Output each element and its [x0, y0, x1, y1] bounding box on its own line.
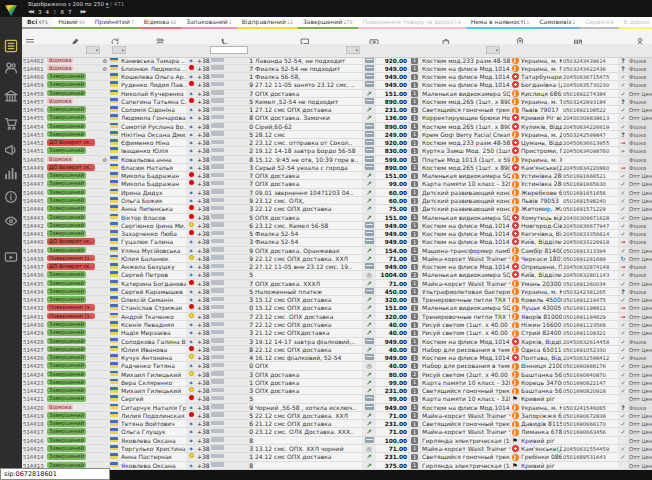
page-number-3[interactable]: 3 — [38, 9, 42, 15]
tab-нема-в-наявності[interactable]: Нема в наявності1 — [466, 17, 535, 29]
order-row[interactable]: 514422ЗавершенийМихаил Гилецький+383ОПХ … — [22, 387, 652, 395]
order-row[interactable]: 514414ЗавершенийАнна Пастернак+38124.12 … — [22, 453, 652, 461]
sidebar-cart-icon[interactable] — [4, 116, 18, 130]
first-page-button[interactable]: ◀◀ — [28, 9, 33, 14]
sidebar-eye-icon[interactable] — [4, 213, 18, 227]
page-number-7[interactable]: 7 — [68, 9, 72, 15]
order-row[interactable]: 514426ЗавершенийКучук Антонина+38416.12 … — [22, 354, 652, 362]
order-row[interactable]: 514437ДО Возврат ск..Анжела Безушку✶+382… — [22, 263, 652, 271]
country-flag-cell — [108, 131, 120, 138]
sidebar-video-icon[interactable] — [4, 249, 18, 263]
quantity-badge: 1 — [411, 231, 418, 238]
sidebar-megaphone-icon[interactable] — [4, 142, 18, 156]
order-row[interactable]: 514459ЗавершенийРуденко Лидия Пав..+3892… — [22, 81, 652, 89]
order-row[interactable]: 514434ЗавершенийСергей Карамышев✶+385Нал… — [22, 288, 652, 296]
rows-icon[interactable] — [25, 32, 35, 42]
order-row[interactable]: 514443ЗавершенийВіктор Власов+385ОПХ дос… — [22, 214, 652, 222]
order-row[interactable]: 514429ЗавершенийНадія Мерзаєва✶+38321.12… — [22, 329, 652, 337]
status-edit-icon[interactable] — [70, 32, 80, 42]
tab-новий[interactable]: Новий48 — [53, 17, 90, 29]
phone-icon[interactable] — [220, 32, 230, 42]
filter-dropdown-product[interactable]: ▾ — [486, 46, 500, 54]
tab-сервіси[interactable]: Сервіси0 — [580, 17, 618, 29]
order-row[interactable]: 514458ЗавершенийНиколай Кучеренко✶+387ОП… — [22, 90, 652, 98]
order-row[interactable]: 514450Відмова⊘Ковальова анна✶+38815.12. … — [22, 156, 652, 164]
order-row[interactable]: 514420ВідмоваСитарчук Наталія Гр..✶+389Ч… — [22, 404, 652, 412]
comments-icon[interactable] — [300, 32, 310, 42]
order-row[interactable]: 514416ЗавершенийЯковлева Оксана✶+388100.… — [22, 437, 652, 445]
order-row[interactable]: 514435ЗавершенийКатерина Богданова+387ОП… — [22, 280, 652, 288]
filter-search-input[interactable] — [210, 46, 248, 54]
sidebar-bank-icon[interactable] — [4, 88, 18, 102]
order-row[interactable]: 514424ЗавершенийМихаил Гилецький+383ОПХ … — [22, 371, 652, 379]
tab-повернення-товару-в-дорозі-[interactable]: Повернення товару (в дорозі)0 — [358, 17, 466, 29]
order-row[interactable]: 514438Повернення (з..Юлия Баланюк+38922.… — [22, 255, 652, 263]
page-size-dropdown[interactable]: ▾ — [106, 1, 109, 8]
tracking-icon[interactable] — [573, 32, 583, 42]
tab-всі[interactable]: Всі471 — [22, 17, 53, 29]
filter-dropdown-status[interactable]: ▾ — [86, 46, 100, 54]
tab-самовивіз[interactable]: Самовивіз2 — [534, 17, 580, 29]
tab-прийнятий[interactable]: Прийнятий7 — [90, 17, 139, 29]
order-row[interactable]: 514447ЗавершенийМикола Бадражан+387ОПХ д… — [22, 180, 652, 188]
order-row[interactable]: 514461Відмова⊘Близнюк Людмила ..+387Фиал… — [22, 65, 652, 73]
order-row[interactable]: 514428ЗавершенийСолодкова Галина В..✶+38… — [22, 338, 652, 346]
order-row[interactable]: 514423ЗавершенийВера Скляренко✶+381ОПХ д… — [22, 379, 652, 387]
order-row[interactable]: 514460ЗавершенийКошелева Ольга Ар..✶+381… — [22, 73, 652, 81]
tab-запакований[interactable]: Запакований1 — [181, 17, 236, 29]
order-row[interactable]: 514455ЗавершенийЛюдмила Гончарова✶+388ОП… — [22, 114, 652, 122]
order-row[interactable]: 514441ЗавершенийЗахарченко Люба+385Фиалк… — [22, 230, 652, 238]
order-row[interactable]: 514413ЗавершенийЯковлева Оксана✶+388↗375… — [22, 462, 652, 470]
product-cell: Корректирующие брюки Hollyw — [421, 114, 510, 121]
order-row[interactable]: 514444ЗавершенийАнна Липенська+38322.12 … — [22, 205, 652, 213]
page-number-6[interactable]: 6 — [60, 9, 64, 15]
order-row[interactable]: 514442ЗавершенийСергіюнко Ірина Ми..+386… — [22, 222, 652, 230]
order-row[interactable]: 514432Повернення (з..Станіслав Стрижак+3… — [22, 304, 652, 312]
order-row[interactable]: 514418ЗавершенийТетяна Войтович✶+38621.1… — [22, 420, 652, 428]
page-number-4[interactable]: 4 — [45, 9, 49, 15]
payment-icon[interactable] — [369, 32, 379, 42]
last-page-button[interactable]: ▶▶ — [80, 9, 85, 14]
filter-dropdown-flag[interactable]: ▾ — [112, 46, 126, 54]
sidebar-chart-icon[interactable] — [4, 165, 18, 179]
order-row[interactable]: 514446ЗавершенийИрина Дидух✶+38709.01 зв… — [22, 189, 652, 197]
order-row[interactable]: 514454ЗавершенийСамотій Руслана Во..✶+38… — [22, 123, 652, 131]
source-tag-cell: Опт Центр — [628, 453, 652, 460]
order-row[interactable]: 514421ЗавершенийСергей+38599.001Карта па… — [22, 395, 652, 403]
order-row[interactable]: 514457ВідмоваСапегина Татьяна С..+385Кем… — [22, 98, 652, 106]
location-icon[interactable] — [515, 32, 525, 42]
order-row[interactable]: 514431Повернення (з..Андрій Ткаченко+387… — [22, 313, 652, 321]
products-icon[interactable] — [441, 32, 451, 42]
clients-icon[interactable] — [155, 32, 165, 42]
order-row[interactable]: 514425ЗавершенийРадченко Тетяна✶+380ОПХ◎… — [22, 362, 652, 370]
tab-відмова[interactable]: Відмова42 — [139, 17, 181, 29]
tab-відправлений[interactable]: Відправлений12 — [237, 17, 298, 29]
order-row[interactable]: 514452ДО Возврат ск..Єфименко Ніна✶+3822… — [22, 139, 652, 147]
order-row[interactable]: 514453ЗавершенийНікітіна Оксана Дми..✶+3… — [22, 131, 652, 139]
app-logo-icon[interactable] — [4, 2, 18, 15]
order-row[interactable]: 514440ДО Возврат ск..Гуцалюк Галина✶+383… — [22, 238, 652, 246]
tab-в-дорозі-додому[interactable]: В дорозі додому0 — [619, 17, 652, 29]
sidebar-users-icon[interactable] — [4, 60, 18, 74]
order-row[interactable]: 514448ЗавершенийМикола Бадражан+387ОПХ д… — [22, 172, 652, 180]
order-row[interactable]: 514439ЗавершенийУляна Мусійовська✶+389ОП… — [22, 247, 652, 255]
order-row[interactable]: 514419ЗавершенийЛилия Подолинская+38522.… — [22, 412, 652, 420]
sidebar-orders-list-icon[interactable] — [4, 38, 18, 52]
sidebar-info-icon[interactable] — [4, 189, 18, 203]
page-number-5[interactable]: 5 — [53, 9, 57, 15]
tab-завершений[interactable]: Завершений278 — [298, 17, 358, 29]
order-row[interactable]: 514445ЗавершенийОльга Божик✶+38923.12 см… — [22, 197, 652, 205]
order-row[interactable]: 514415ЗавершенийТоргулько Христина..✶+38… — [22, 445, 652, 453]
order-row[interactable]: 514451ЗавершенийІващенко Юлія✶+38219.12 … — [22, 147, 652, 155]
order-row[interactable]: 514462Відмова⊘Каневська Тамара ..✶+381Ла… — [22, 57, 652, 65]
order-row[interactable]: 514433ЗавершенийОлексій Семанін✶+38315.1… — [22, 296, 652, 304]
refresh-icon[interactable] — [110, 32, 120, 42]
order-row[interactable]: 514430ЗавершенийКсенія Левадняя✶+38722.1… — [22, 321, 652, 329]
manager-icon[interactable] — [635, 32, 645, 42]
filter-dropdown-payment[interactable]: ▾ — [346, 46, 360, 54]
order-row[interactable]: 514456ЗавершенийСоломія Сідоніна✶+38127.… — [22, 106, 652, 114]
order-row[interactable]: 514417ЗавершенийОльга Глущук✶+38023.12 с… — [22, 428, 652, 436]
order-row[interactable]: 514436ЗавершенийСергей Петров✶+385◎1004.… — [22, 271, 652, 279]
order-row[interactable]: 514427ЗавершенийЮлия Иванова+38822.12 см… — [22, 346, 652, 354]
order-row[interactable]: 514449ДО Возврат ск..Власюк Наталья✶+383… — [22, 164, 652, 172]
